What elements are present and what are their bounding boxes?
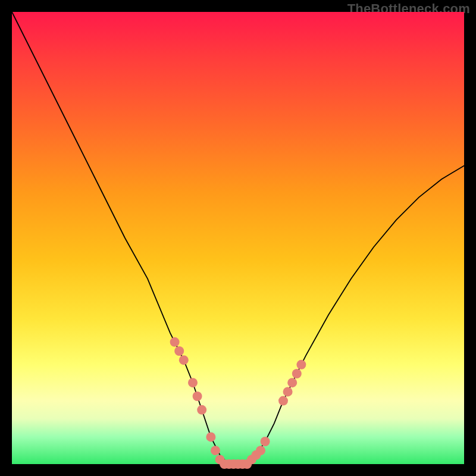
curve-marker [197, 405, 206, 415]
curve-svg [12, 12, 464, 464]
curve-marker [211, 446, 220, 455]
curve-marker [261, 437, 270, 446]
curve-marker [179, 355, 189, 365]
chart-frame: TheBottleneck.com [0, 0, 476, 476]
curve-marker [278, 396, 288, 406]
bottleneck-curve [12, 12, 464, 464]
curve-marker [287, 378, 297, 387]
curve-marker [296, 360, 306, 369]
curve-marker [188, 378, 198, 387]
plot-area [12, 12, 464, 464]
curve-marker [206, 432, 215, 441]
curve-marker [283, 387, 293, 396]
curve-markers [170, 337, 306, 469]
curve-marker [170, 337, 180, 347]
curve-marker [193, 392, 202, 401]
curve-marker [292, 369, 302, 378]
curve-marker [256, 446, 265, 455]
curve-marker [174, 346, 184, 356]
